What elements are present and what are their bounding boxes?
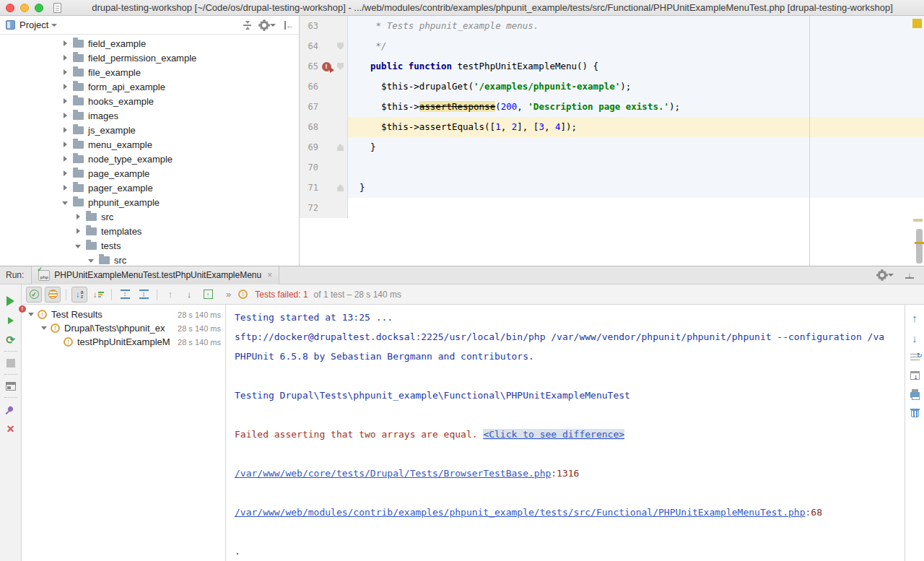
stop-button[interactable] (0, 353, 21, 373)
project-tree-item-field_example[interactable]: field_example (0, 36, 299, 51)
project-tree-item-images[interactable]: images (0, 108, 299, 123)
project-tree-item-src[interactable]: src (0, 209, 299, 224)
console-link[interactable]: /var/www/web/core/tests/Drupal/Tests/Bro… (235, 468, 551, 479)
more-actions-chevron-icon[interactable]: » (226, 289, 231, 300)
expand-arrow-icon[interactable] (64, 113, 67, 118)
toggle-auto-test-button[interactable]: ⟳ (0, 330, 21, 349)
next-failed-test-button[interactable]: ↓ (181, 287, 197, 303)
gutter[interactable]: 67 (300, 97, 348, 117)
editor-line-63[interactable]: 63 * Tests phpunit_example menus. (300, 16, 924, 36)
hide-run-panel-icon[interactable]: ↓ (905, 271, 914, 279)
collapse-arrow-icon[interactable] (75, 245, 81, 248)
project-tree-item-phpunit_example[interactable]: phpunit_example (0, 195, 299, 209)
gutter[interactable]: 72 (300, 198, 348, 218)
close-tab-icon[interactable]: × (267, 270, 272, 280)
expand-arrow-icon[interactable] (77, 228, 80, 234)
collapse-arrow-icon[interactable] (28, 313, 34, 316)
collapse-arrow-icon[interactable] (62, 201, 68, 205)
expand-arrow-icon[interactable] (64, 185, 67, 191)
project-panel-title[interactable]: Project (19, 19, 48, 30)
collapse-all-button[interactable]: ↨ (136, 287, 152, 303)
rerun-failed-tests-button[interactable]: ! (0, 310, 21, 330)
gutter[interactable]: 71 (300, 178, 348, 198)
close-window-button[interactable] (6, 4, 14, 12)
test-tree-item[interactable]: !testPhpUnitExampleM28 s 140 ms (22, 335, 225, 349)
fold-marker-icon[interactable] (337, 43, 344, 50)
gutter[interactable]: 69 (300, 137, 348, 157)
pin-tab-button[interactable] (0, 399, 21, 419)
fold-marker-icon[interactable] (337, 184, 344, 191)
editor-line-68[interactable]: 68 $this->assertEquals([1, 2], [3, 4]); (300, 117, 924, 137)
test-console[interactable]: Testing started at 13:25 ...sftp://docke… (226, 305, 905, 561)
gutter[interactable]: 65! (300, 56, 348, 77)
soft-wrap-icon[interactable] (910, 354, 920, 361)
project-tree-item-node_type_example[interactable]: node_type_example (0, 152, 299, 166)
clear-console-icon[interactable] (911, 410, 919, 417)
rerun-failed-test-icon[interactable]: ! (322, 62, 331, 71)
collapse-arrow-icon[interactable] (88, 259, 94, 263)
console-link[interactable]: /var/www/web/modules/contrib/examples/ph… (235, 507, 806, 518)
import-test-results-button[interactable]: ↑ (200, 287, 216, 303)
rerun-button[interactable] (0, 291, 21, 310)
editor-scrollbar[interactable] (916, 229, 923, 264)
warning-stripe-mark[interactable] (913, 219, 923, 222)
navigate-down-icon[interactable]: ↓ (912, 334, 918, 344)
sort-by-duration-toggle[interactable]: ↓ (90, 287, 106, 303)
gutter[interactable]: 63 (300, 16, 348, 36)
project-tree-item-field_permission_example[interactable]: field_permission_example (0, 51, 299, 65)
run-tab[interactable]: php PHPUnitExampleMenuTest.testPhpUnitEx… (31, 266, 279, 284)
error-stripe-mark[interactable] (912, 19, 922, 28)
fold-marker-icon[interactable] (337, 144, 344, 151)
gutter[interactable]: 70 (300, 157, 348, 178)
test-tree-item[interactable]: !Drupal\Tests\phpunit_ex28 s 140 ms (22, 321, 225, 335)
expand-arrow-icon[interactable] (64, 98, 67, 104)
gutter[interactable]: 64 (300, 36, 348, 56)
show-passed-toggle[interactable]: ✓ (26, 287, 42, 303)
zoom-window-button[interactable] (35, 4, 43, 12)
expand-arrow-icon[interactable] (64, 142, 67, 147)
expand-arrow-icon[interactable] (77, 214, 80, 219)
gutter[interactable]: 68 (300, 117, 348, 137)
project-settings-gear-icon[interactable] (260, 21, 276, 30)
project-tree-item-menu_example[interactable]: menu_example (0, 137, 299, 152)
fold-marker-icon[interactable] (337, 63, 344, 70)
editor-line-66[interactable]: 66 $this->drupalGet('/examples/phpunit-e… (300, 77, 924, 97)
print-icon[interactable] (910, 392, 920, 398)
console-link[interactable]: <Click to see difference> (483, 429, 624, 440)
editor-line-65[interactable]: 65! public function testPhpUnitExampleMe… (300, 56, 924, 77)
project-tree-item-file_example[interactable]: file_example (0, 65, 299, 79)
collapse-all-icon[interactable] (243, 21, 251, 30)
project-tree-item-form_api_example[interactable]: form_api_example (0, 79, 299, 94)
previous-failed-test-button[interactable]: ↑ (162, 287, 178, 303)
expand-arrow-icon[interactable] (64, 170, 67, 176)
run-settings-gear-icon[interactable] (878, 271, 894, 279)
minimize-window-button[interactable] (20, 4, 29, 12)
close-run-panel-button[interactable]: ✕ (0, 419, 21, 438)
collapse-arrow-icon[interactable] (41, 326, 47, 330)
editor-line-71[interactable]: 71} (300, 178, 924, 198)
sort-alphabetically-toggle[interactable]: ↓a z (71, 287, 87, 303)
expand-arrow-icon[interactable] (64, 55, 67, 61)
expand-arrow-icon[interactable] (64, 84, 67, 90)
chevron-down-icon[interactable] (51, 24, 57, 27)
project-tree-item-src[interactable]: src (0, 253, 299, 266)
expand-arrow-icon[interactable] (64, 127, 67, 133)
gutter[interactable]: 66 (300, 77, 348, 97)
hide-panel-icon[interactable]: ← (284, 21, 293, 30)
restore-layout-button[interactable] (0, 376, 21, 396)
code-editor[interactable]: 63 * Tests phpunit_example menus.64 */65… (300, 16, 924, 266)
expand-arrow-icon[interactable] (64, 40, 67, 46)
editor-line-67[interactable]: 67 $this->assertResponse(200, 'Descripti… (300, 97, 924, 117)
editor-line-72[interactable]: 72 (300, 198, 924, 218)
expand-arrow-icon[interactable] (64, 69, 67, 75)
project-tree-item-templates[interactable]: templates (0, 224, 299, 238)
navigate-up-icon[interactable]: ↑ (912, 313, 918, 323)
expand-arrow-icon[interactable] (64, 156, 67, 162)
project-tree-item-pager_example[interactable]: pager_example (0, 181, 299, 195)
show-ignored-toggle[interactable] (45, 287, 61, 303)
project-tree-item-page_example[interactable]: page_example (0, 166, 299, 181)
editor-line-64[interactable]: 64 */ (300, 36, 924, 56)
editor-line-70[interactable]: 70 (300, 157, 924, 178)
expand-all-button[interactable]: ↕ (117, 287, 133, 303)
project-tree-item-tests[interactable]: tests (0, 238, 299, 253)
